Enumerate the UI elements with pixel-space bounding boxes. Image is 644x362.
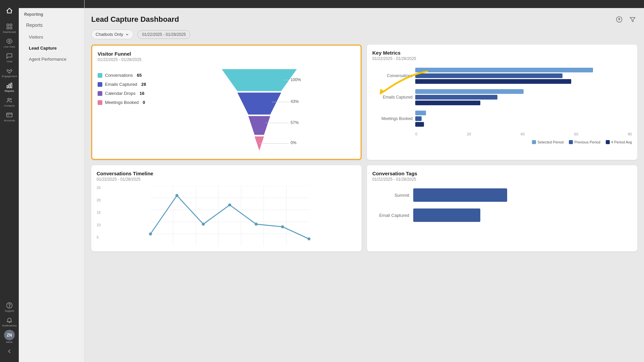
svg-marker-15 xyxy=(237,93,281,114)
svg-text:100%: 100% xyxy=(290,77,301,82)
nav-logo[interactable] xyxy=(3,4,16,17)
legend-calendar-drops: Calendar Drops 16 xyxy=(98,91,158,96)
header-icons xyxy=(614,15,637,24)
svg-text:0%: 0% xyxy=(290,140,297,145)
svg-point-12 xyxy=(9,306,9,307)
chatbots-filter-button[interactable]: Chatbots Only xyxy=(91,29,133,39)
legend-4-period-avg: 4 Period Avg xyxy=(606,140,632,144)
svg-text:57%: 57% xyxy=(290,120,299,125)
funnel-svg: 100% 43% 57% 0% xyxy=(212,66,306,154)
page-header: Lead Capture Dashboard xyxy=(91,15,637,24)
nav-item-engagement[interactable]: Engagement xyxy=(3,66,16,79)
calendar-color xyxy=(98,91,102,96)
tag-label-email-captured: Email Captured xyxy=(372,213,409,218)
conversation-tags-title: Conversation Tags xyxy=(372,171,632,176)
sidebar-item-lead-capture[interactable]: Lead Capture xyxy=(21,43,82,53)
conversation-tags-card: Conversation Tags 01/22/2025 - 01/28/202… xyxy=(367,165,637,251)
key-metrics-date: 01/22/2025 - 01/28/2025 xyxy=(372,56,632,61)
sidebar-item-reports[interactable]: Reports xyxy=(21,19,82,31)
sidebar: Reporting Reports Visitors Lead Capture … xyxy=(19,0,85,362)
filter-icon[interactable] xyxy=(628,15,637,24)
svg-rect-2 xyxy=(7,27,9,29)
bar-conversations-previous xyxy=(415,73,562,78)
bar-meetings-avg xyxy=(415,122,424,127)
bars-emails xyxy=(415,89,632,105)
date-range-button[interactable]: 01/22/2025 - 01/28/2025 xyxy=(138,30,190,39)
key-metrics-card: Key Metrics 01/22/2025 - 01/28/2025 Conv… xyxy=(367,45,637,160)
bar-row-emails: Emails Captured xyxy=(372,89,632,105)
nav-item-chat[interactable]: Chat xyxy=(3,51,16,64)
nav-item-live-view[interactable]: Live View xyxy=(3,36,16,50)
tag-label-summit: Summit xyxy=(372,193,409,198)
user-avatar[interactable]: ZN Admin xyxy=(3,330,16,343)
legend-previous-period: Previous Period xyxy=(569,140,600,144)
svg-rect-0 xyxy=(7,24,9,26)
bar-conversations-selected xyxy=(415,68,593,72)
nav-item-reports[interactable]: Reports xyxy=(3,80,16,94)
bar-chart-axis: 0 20 40 60 80 xyxy=(372,132,632,136)
svg-rect-6 xyxy=(9,84,10,88)
bar-chart-container: Conversations Emails Captured xyxy=(372,65,632,147)
svg-point-9 xyxy=(10,99,11,100)
svg-rect-10 xyxy=(7,113,12,117)
nav-item-notifications[interactable]: Notifications xyxy=(3,315,16,328)
svg-point-43 xyxy=(281,225,284,228)
nav-item-support[interactable]: Support xyxy=(3,300,16,314)
bar-meetings-previous xyxy=(415,116,422,121)
bar-conversations-avg xyxy=(415,79,571,84)
top-bar xyxy=(85,0,644,8)
collapse-sidebar-button[interactable] xyxy=(3,345,16,358)
svg-rect-1 xyxy=(10,24,12,26)
funnel-container: Conversations 65 Emails Captured 28 Cale… xyxy=(98,66,355,154)
conversations-timeline-date: 01/22/2025 - 01/28/2025 xyxy=(97,177,356,182)
bar-label-meetings: Meetings Booked xyxy=(372,116,413,121)
legend-meetings-booked: Meetings Booked 0 xyxy=(98,100,158,105)
charts-grid: Visitor Funnel 01/22/2025 - 01/28/2025 C… xyxy=(91,45,637,251)
bar-row-meetings: Meetings Booked xyxy=(372,111,632,127)
svg-point-41 xyxy=(228,203,231,206)
avg-period-color xyxy=(606,140,610,144)
upload-icon[interactable] xyxy=(614,15,624,24)
svg-point-4 xyxy=(9,40,10,42)
page-title: Lead Capture Dashboard xyxy=(91,15,179,24)
svg-point-44 xyxy=(308,237,311,240)
content-area: Lead Capture Dashboard Chatbots Only xyxy=(85,8,644,362)
tag-bar-summit xyxy=(413,188,507,202)
icon-navigation: Dashboard Live View Chat Engagement xyxy=(0,0,19,362)
nav-item-accounts[interactable]: Accounts xyxy=(3,110,16,123)
tags-bar-container: Summit Email Captured xyxy=(372,186,632,231)
bar-label-emails: Emails Captured xyxy=(372,95,413,100)
svg-rect-7 xyxy=(11,83,12,88)
nav-item-contacts[interactable]: Contacts xyxy=(3,95,16,109)
svg-point-38 xyxy=(149,233,152,236)
line-chart-svg xyxy=(103,186,356,246)
conversations-timeline-card: Conversations Timeline 01/22/2025 - 01/2… xyxy=(91,165,362,251)
y-axis-labels: 25 20 15 10 5 xyxy=(97,186,101,246)
visitor-funnel-date: 01/22/2025 - 01/28/2025 xyxy=(98,57,355,62)
main-content: Lead Capture Dashboard Chatbots Only xyxy=(85,0,644,362)
tag-bar-email-captured xyxy=(413,208,480,222)
legend-emails-captured: Emails Captured 28 xyxy=(98,82,158,87)
bars-conversations xyxy=(415,68,632,84)
svg-point-42 xyxy=(255,223,258,226)
legend-selected-period: Selected Period xyxy=(532,140,564,144)
sidebar-item-visitors[interactable]: Visitors xyxy=(21,32,82,42)
emails-color xyxy=(98,82,102,87)
sidebar-item-agent-performance[interactable]: Agent Performance xyxy=(21,54,82,64)
filters-row: Chatbots Only 01/22/2025 - 01/28/2025 xyxy=(91,29,637,39)
conversations-color xyxy=(98,73,102,78)
legend-conversations: Conversations 65 xyxy=(98,73,158,78)
visitor-funnel-title: Visitor Funnel xyxy=(98,51,355,57)
svg-rect-5 xyxy=(7,85,8,88)
bar-emails-selected xyxy=(415,89,524,94)
timeline-chart-wrapper: 25 20 15 10 5 xyxy=(97,186,356,246)
key-metrics-title: Key Metrics xyxy=(372,50,632,56)
nav-item-dashboard[interactable]: Dashboard xyxy=(3,21,16,35)
svg-point-40 xyxy=(202,223,205,226)
tag-row-email-captured: Email Captured xyxy=(372,208,632,222)
sidebar-section-reporting: Reporting xyxy=(19,8,84,19)
funnel-legend: Conversations 65 Emails Captured 28 Cale… xyxy=(98,66,158,105)
svg-rect-3 xyxy=(10,27,12,29)
conversation-tags-date: 01/22/2025 - 01/28/2025 xyxy=(372,177,632,182)
bar-meetings-selected xyxy=(415,111,426,115)
